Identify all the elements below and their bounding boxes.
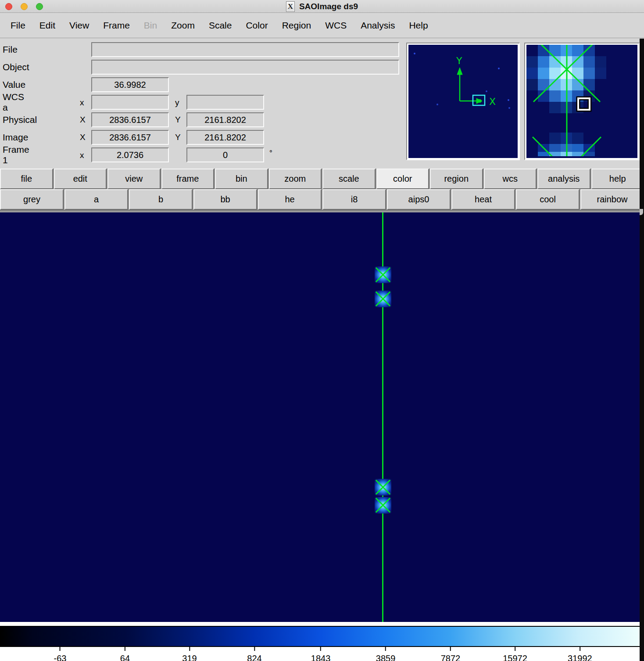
panner-y-axis-label: Y	[456, 55, 462, 66]
toolbar-zoom-button[interactable]: zoom	[269, 169, 322, 189]
toolbar-region-button[interactable]: region	[430, 169, 483, 189]
menu-scale[interactable]: Scale	[202, 20, 239, 31]
menu-help[interactable]: Help	[402, 20, 435, 31]
magnifier[interactable]	[524, 43, 640, 160]
title-bar: X SAOImage ds9	[0, 0, 644, 13]
frame-zoom-field[interactable]: 2.0736	[91, 147, 169, 162]
colormap-heat-button[interactable]: heat	[451, 189, 515, 210]
value-label: Value	[3, 79, 25, 90]
image-x-label: X	[80, 133, 86, 142]
colorbar-tick: 64	[120, 647, 130, 661]
colorbar-gradient[interactable]	[0, 626, 644, 647]
magnifier-canvas	[526, 45, 637, 156]
frame-label: Frame 1	[3, 144, 29, 165]
colorbar-tick: 31992	[568, 647, 592, 661]
star-marker	[373, 289, 393, 309]
physical-y-field[interactable]: 2161.8202	[186, 112, 264, 127]
star-marker	[373, 265, 393, 285]
object-field[interactable]	[91, 60, 399, 75]
menu-zoom[interactable]: Zoom	[164, 20, 202, 31]
colormap-aips0-button[interactable]: aips0	[387, 189, 451, 210]
toolbar-analysis-button[interactable]: analysis	[537, 169, 590, 189]
wcs-y-label: y	[175, 98, 179, 108]
image-y-label: Y	[175, 133, 181, 142]
toolbar: file edit view frame bin zoom scale colo…	[0, 169, 644, 189]
info-panel: File Object Value 36.9982 WCS a x y Phys…	[0, 38, 644, 169]
image-y-field[interactable]: 2161.8202	[186, 130, 264, 145]
panner[interactable]: Y X	[406, 43, 520, 160]
value-field[interactable]: 36.9982	[91, 77, 169, 92]
colorbar-tick: 319	[182, 647, 197, 661]
object-label: Object	[3, 62, 29, 72]
colormap-b-button[interactable]: b	[129, 189, 193, 210]
menu-view[interactable]: View	[62, 20, 96, 31]
frame-rotation-field[interactable]: 0	[186, 147, 264, 162]
colorbar-tick: 7872	[441, 647, 461, 661]
image-x-field[interactable]: 2836.6157	[91, 130, 169, 145]
panner-x-axis-label: X	[489, 96, 496, 107]
screen-edge-strip	[640, 39, 644, 661]
wcs-y-field[interactable]	[186, 95, 264, 110]
window-title: SAOImage ds9	[299, 2, 358, 11]
frame-x-label: x	[80, 151, 84, 160]
colormap-bar: grey a b bb he i8 aips0 heat cool rainbo…	[0, 189, 644, 211]
menu-frame[interactable]: Frame	[96, 20, 137, 31]
colormap-a-button[interactable]: a	[64, 189, 128, 210]
colormap-he-button[interactable]: he	[258, 189, 322, 210]
colormap-bb-button[interactable]: bb	[193, 189, 257, 210]
colorbar-tick: 3859	[376, 647, 396, 661]
physical-label: Physical	[3, 115, 37, 125]
panner-canvas: Y X	[408, 45, 518, 156]
wcs-x-label: x	[80, 98, 84, 108]
colorbar-tick: 824	[247, 647, 261, 661]
toolbar-file-button[interactable]: file	[0, 169, 53, 189]
colorbar-tick: 1843	[311, 647, 331, 661]
menu-file[interactable]: File	[4, 20, 32, 31]
menu-bin: Bin	[137, 20, 164, 31]
colorbar-panel: -63 64 319 824 1843 3859 7872 15972 3199…	[0, 622, 644, 661]
toolbar-color-button[interactable]: color	[376, 169, 429, 189]
image-label: Image	[3, 132, 28, 143]
colormap-i8-button[interactable]: i8	[322, 189, 386, 210]
physical-x-field[interactable]: 2836.6157	[91, 112, 169, 127]
degree-symbol: °	[269, 149, 272, 158]
image-viewport[interactable]	[0, 211, 644, 622]
menu-color[interactable]: Color	[239, 20, 275, 31]
menu-wcs[interactable]: WCS	[318, 20, 354, 31]
menu-analysis[interactable]: Analysis	[354, 20, 402, 31]
physical-y-label: Y	[175, 115, 181, 125]
toolbar-scale-button[interactable]: scale	[322, 169, 376, 189]
x11-app-icon: X	[286, 1, 295, 12]
colorbar-tick: 15972	[503, 647, 527, 661]
toolbar-help-button[interactable]: help	[591, 169, 644, 189]
file-label: File	[3, 44, 18, 55]
menu-region[interactable]: Region	[275, 20, 318, 31]
toolbar-view-button[interactable]: view	[107, 169, 161, 189]
wcs-x-field[interactable]	[91, 95, 169, 110]
toolbar-wcs-button[interactable]: wcs	[484, 169, 537, 189]
colorbar-tick: -63	[54, 647, 67, 661]
file-field[interactable]	[91, 42, 399, 57]
colormap-rainbow-button[interactable]: rainbow	[580, 189, 644, 210]
menu-bar: File Edit View Frame Bin Zoom Scale Colo…	[0, 13, 644, 38]
physical-x-label: X	[80, 115, 86, 125]
ds9-window: X SAOImage ds9 File Edit View Frame Bin …	[0, 0, 644, 661]
toolbar-edit-button[interactable]: edit	[54, 169, 107, 189]
menu-edit[interactable]: Edit	[32, 20, 62, 31]
colormap-cool-button[interactable]: cool	[516, 189, 580, 210]
toolbar-bin-button[interactable]: bin	[215, 169, 268, 189]
star-marker	[373, 477, 393, 497]
star-marker	[373, 495, 393, 515]
colormap-grey-button[interactable]: grey	[0, 189, 64, 210]
wcs-label: WCS a	[3, 92, 24, 113]
toolbar-frame-button[interactable]: frame	[161, 169, 215, 189]
